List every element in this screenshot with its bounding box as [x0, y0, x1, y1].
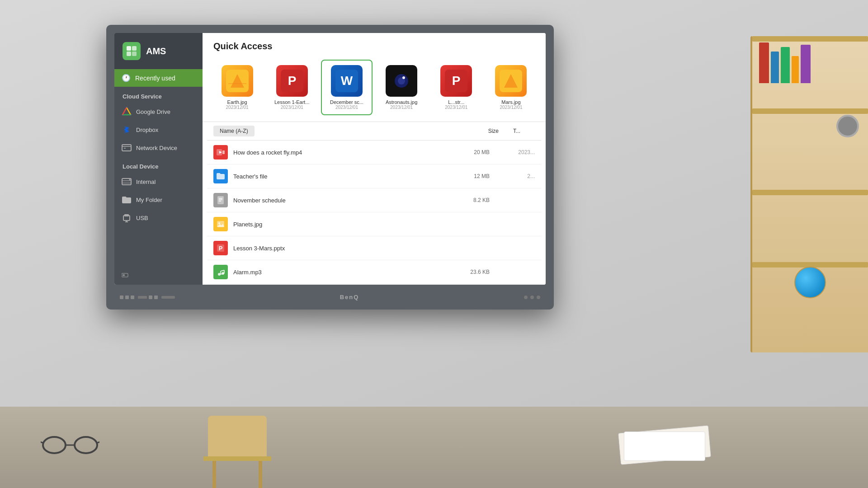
thumb-lesson1-date: 2023/12/01: [281, 105, 303, 110]
thumb-december-date: 2023/12/01: [335, 105, 358, 110]
svg-line-11: [127, 108, 131, 115]
thumb-earth-name: Earth.jpg: [216, 99, 258, 105]
internal-label: Internal: [136, 178, 156, 185]
port-dot-2: [125, 296, 129, 299]
indicator-dot-1: [524, 296, 528, 299]
svg-rect-24: [124, 214, 129, 216]
my-folder-label: My Folder: [136, 197, 162, 203]
thumb-lesson1-name: Lesson 1-Eart...: [271, 99, 313, 105]
app-title: AMS: [146, 46, 166, 56]
file-name-ppt: Lesson 3-Mars.pptx: [233, 245, 453, 252]
file-size-video: 20 MB: [453, 149, 490, 155]
thumb-december-icon: W: [331, 65, 363, 97]
thumb-astronauts-icon: [386, 65, 417, 97]
ppt-file-icon: P: [213, 241, 228, 255]
svg-text:P: P: [288, 74, 296, 88]
sidebar-item-my-folder[interactable]: My Folder: [114, 191, 203, 209]
svg-text:W: W: [341, 74, 353, 88]
thumbnail-lesson-str[interactable]: P L...str... 2023/12/01: [431, 60, 482, 115]
dropbox-icon: [122, 125, 132, 135]
desk: [0, 407, 868, 488]
file-row-video[interactable]: How does a rocket fly.mp4 20 MB 2023...: [207, 141, 541, 164]
svg-text:P: P: [219, 245, 223, 252]
usb-icon: [122, 213, 132, 223]
port-indicators: [120, 296, 175, 299]
clock-icon: 🕐: [122, 74, 131, 82]
sidebar-header: AMS: [114, 33, 203, 69]
thumb-lesson-str-date: 2023/12/01: [445, 105, 467, 110]
svg-rect-7: [127, 52, 131, 56]
file-size-folder: 12 MB: [453, 173, 490, 179]
svg-rect-47: [217, 196, 224, 204]
usb-label: USB: [136, 215, 148, 221]
recently-used-nav[interactable]: 🕐 Recently used: [114, 69, 203, 87]
thumbnail-lesson1[interactable]: P Lesson 1-Eart... 2023/12/01: [266, 60, 317, 115]
dropbox-label: Dropbox: [136, 127, 158, 133]
svg-text:P: P: [452, 74, 461, 88]
port-dot-5: [154, 296, 158, 299]
thumb-astronauts-name: Astronauts.jpg: [381, 99, 423, 105]
bookshelf: [750, 36, 868, 352]
main-header: Quick Access: [203, 33, 546, 56]
local-device-section-label: Local Device: [114, 157, 203, 173]
svg-point-39: [402, 76, 405, 79]
sidebar-item-internal[interactable]: Internal: [114, 173, 203, 191]
file-size-music: 23.6 KB: [453, 269, 490, 275]
folder-icon: [122, 195, 132, 205]
thumb-mars-name: Mars.jpg: [490, 99, 532, 105]
file-row-image[interactable]: Planets.jpg: [207, 212, 541, 236]
sort-name-button[interactable]: Name (A-Z): [213, 126, 255, 136]
file-row-folder[interactable]: Teacher's file 12 MB 2...: [207, 164, 541, 188]
screen: AMS 🕐 Recently used Cloud Service: [114, 33, 546, 285]
file-list-header: Name (A-Z) Size T...: [207, 122, 541, 141]
port-wide: [161, 296, 175, 299]
file-name-folder: Teacher's file: [233, 173, 453, 180]
thumb-lesson-str-name: L...str...: [435, 99, 477, 105]
file-date-folder: 2...: [490, 173, 535, 179]
open-book: [619, 429, 710, 465]
port-dot-4: [149, 296, 152, 299]
thumb-december-name: December sc...: [326, 99, 368, 105]
svg-point-22: [129, 179, 131, 180]
thumb-lesson-str-icon: P: [440, 65, 472, 97]
file-row-doc[interactable]: November schedule 8.2 KB: [207, 188, 541, 212]
sidebar-item-usb[interactable]: USB: [114, 209, 203, 227]
col-size-header: Size: [462, 128, 499, 134]
doc-file-icon: [213, 193, 228, 207]
svg-line-4: [97, 441, 99, 443]
chair: [203, 416, 271, 488]
file-date-video: 2023...: [490, 149, 535, 155]
thumb-lesson1-icon: P: [276, 65, 308, 97]
sidebar-item-network-device[interactable]: Network Device: [114, 139, 203, 157]
svg-rect-5: [127, 46, 131, 51]
main-content: Quick Access Earth.jpg 2023/12/01: [203, 33, 546, 285]
thumb-mars-icon: [495, 65, 527, 97]
file-row-ppt[interactable]: P Lesson 3-Mars.pptx: [207, 236, 541, 260]
svg-rect-46: [222, 150, 225, 154]
sidebar-item-google-drive[interactable]: Google Drive: [114, 103, 203, 121]
thumbnail-astronauts[interactable]: Astronauts.jpg 2023/12/01: [376, 60, 427, 115]
sidebar-item-dropbox[interactable]: Dropbox: [114, 121, 203, 139]
thumbnail-mars[interactable]: Mars.jpg 2023/12/01: [486, 60, 537, 115]
svg-point-0: [43, 437, 66, 453]
glasses-decoration: [41, 434, 99, 456]
svg-point-56: [218, 273, 221, 276]
monitor-frame: AMS 🕐 Recently used Cloud Service: [106, 25, 554, 310]
svg-point-52: [218, 222, 220, 224]
internal-icon: [122, 177, 132, 187]
thumbnail-earth[interactable]: Earth.jpg 2023/12/01: [212, 60, 263, 115]
usb-plug-icon: [122, 272, 131, 278]
video-file-icon: [213, 145, 228, 160]
thumb-astronauts-date: 2023/12/01: [390, 105, 413, 110]
bottom-right-dots: [524, 296, 540, 299]
file-name-video: How does a rocket fly.mp4: [233, 149, 453, 156]
thumb-earth-date: 2023/12/01: [226, 105, 249, 110]
file-name-doc: November schedule: [233, 197, 453, 204]
file-row-music[interactable]: Alarm.mp3 23.6 KB: [207, 260, 541, 284]
indicator-dot-3: [537, 296, 540, 299]
brand-label: BenQ: [340, 294, 359, 300]
file-size-doc: 8.2 KB: [453, 197, 490, 203]
thumb-mars-date: 2023/12/01: [500, 105, 522, 110]
thumbnail-december[interactable]: W December sc... 2023/12/01: [321, 60, 372, 115]
page-title: Quick Access: [213, 41, 535, 52]
